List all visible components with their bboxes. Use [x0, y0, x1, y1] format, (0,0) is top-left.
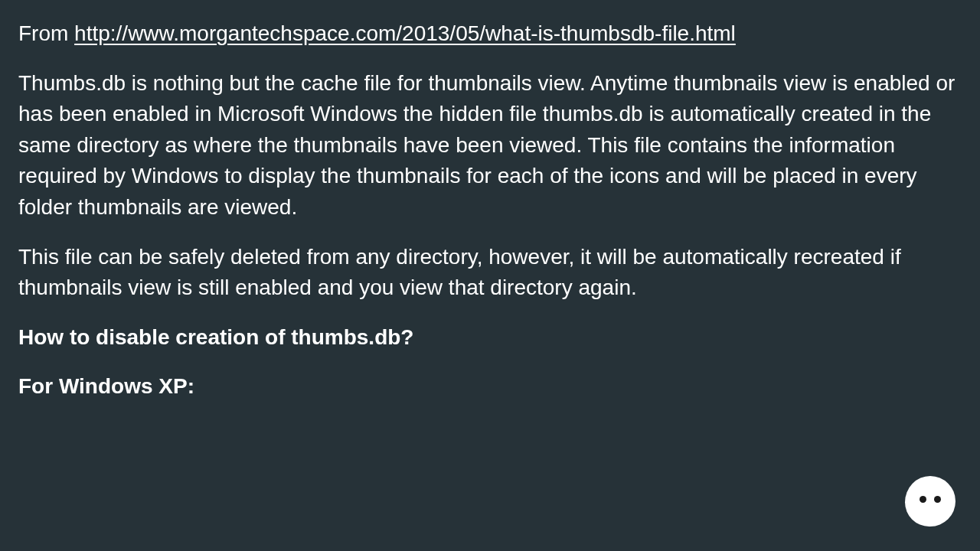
avatar-eye-left — [920, 496, 926, 503]
heading-xp: For Windows XP: — [18, 371, 962, 403]
source-url-link[interactable]: http://www.morgantechspace.com/2013/05/w… — [74, 21, 736, 45]
assistant-avatar-icon[interactable] — [905, 476, 956, 527]
paragraph-2: This file can be safely deleted from any… — [18, 242, 962, 304]
source-line: From http://www.morgantechspace.com/2013… — [18, 18, 962, 50]
heading-disable: How to disable creation of thumbs.db? — [18, 322, 962, 354]
source-prefix: From — [18, 21, 74, 45]
paragraph-1: Thumbs.db is nothing but the cache file … — [18, 68, 962, 223]
avatar-eye-right — [934, 496, 941, 503]
article-body: From http://www.morgantechspace.com/2013… — [0, 0, 980, 403]
